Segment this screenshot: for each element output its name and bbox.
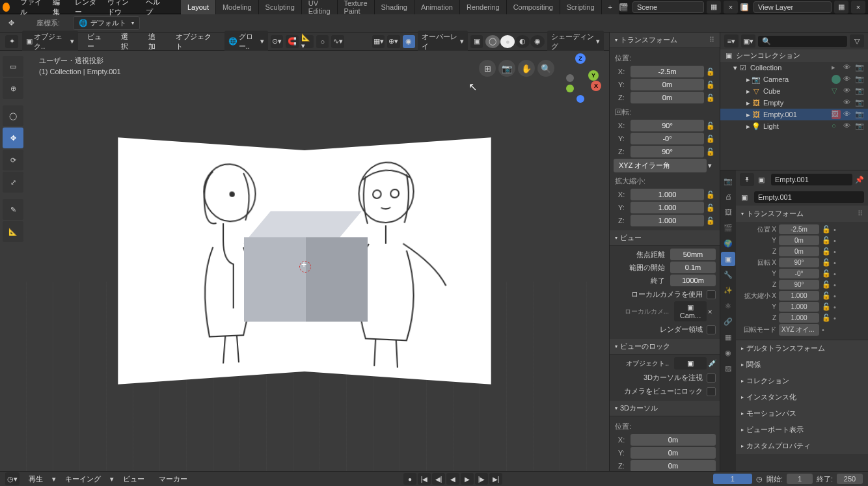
outliner-scene-collection[interactable]: ▣シーンコレクション — [720, 49, 868, 62]
n-viewlock-header[interactable]: ビューのロック — [610, 339, 720, 355]
menu-render[interactable]: レンダー — [70, 0, 102, 17]
local-cam-picker[interactable]: ▣ Cam... — [674, 301, 707, 321]
light-data-icon[interactable]: ○ — [832, 122, 841, 131]
ws-tab-layout[interactable]: Layout — [181, 0, 216, 14]
ws-tab-sculpting[interactable]: Sculpting — [259, 0, 302, 14]
outliner-empty[interactable]: ▸🖼Empty 👁📷 — [720, 97, 868, 109]
focal-field[interactable]: 50mm — [670, 249, 716, 260]
timeline-keying[interactable]: キーイング — [60, 474, 106, 484]
prev-key-icon[interactable]: ◀| — [432, 473, 445, 485]
proptab-object-icon[interactable]: ▣ — [721, 252, 735, 266]
prop-section-motionpath[interactable]: モーションパス — [736, 405, 868, 422]
play-icon[interactable]: ▶ — [461, 473, 474, 485]
lock-icon[interactable]: 🔓 — [822, 280, 831, 289]
proptab-scene-icon[interactable]: 🎬 — [721, 221, 735, 235]
prop-pin2-icon[interactable]: 📌 — [855, 176, 864, 184]
viewlayer-browse-icon[interactable]: ▦ — [834, 1, 848, 14]
prop-section-collection[interactable]: コレクション — [736, 373, 868, 389]
vp-menu-add[interactable]: 追加 — [143, 32, 167, 51]
outliner-filter-icon[interactable]: ▣▾ — [741, 34, 755, 47]
camera-to-view-checkbox[interactable] — [707, 387, 716, 396]
scale-x-lock-icon[interactable]: 🔓 — [705, 189, 716, 200]
lock-icon[interactable]: 🔓 — [822, 303, 831, 311]
prop-loc-y[interactable]: 0m — [779, 236, 819, 245]
vp-menu-select[interactable]: 選択 — [116, 32, 139, 51]
prop-transform-header[interactable]: トランスフォーム⠿ — [736, 206, 868, 222]
loc-y-field[interactable]: 0m — [631, 79, 704, 90]
prop-pin-icon[interactable]: 🖈 — [740, 173, 754, 186]
scale-z-field[interactable]: 1.000 — [631, 215, 704, 226]
mode-dropdown[interactable]: ▣オブジェク..▾ — [22, 31, 78, 53]
image-data-icon[interactable]: 🖼 — [832, 110, 841, 119]
axis-neg-y-icon[interactable] — [566, 85, 574, 92]
rot-z-field[interactable]: 90° — [631, 146, 704, 157]
proptab-texture-icon[interactable]: ▨ — [721, 361, 735, 375]
vp-menu-view[interactable]: ビュー — [82, 32, 112, 51]
eyedropper-icon[interactable]: 💉 — [708, 359, 716, 368]
viewlayer-field[interactable]: View Layer — [753, 1, 832, 13]
outliner-light[interactable]: ▸💡Light ○👁📷 — [720, 120, 868, 132]
orientation-dropdown[interactable]: 🌐デフォルト — [73, 16, 140, 30]
proptab-physics-icon[interactable]: ⚛ — [721, 299, 735, 313]
tool-measure[interactable]: 📐 — [3, 221, 23, 242]
prop-breadcrumb[interactable]: Empty.001 — [771, 174, 852, 185]
clipend-field[interactable]: 1000m — [670, 275, 716, 286]
timeline-playback[interactable]: 再生 — [23, 474, 48, 484]
proptab-viewlayer-icon[interactable]: 🖼 — [721, 205, 735, 219]
axis-gizmo[interactable]: Z Y X — [562, 56, 599, 92]
tool-annotate[interactable]: ✎ — [3, 199, 23, 220]
lock-icon[interactable]: 🔓 — [822, 258, 831, 267]
ws-tab-uv[interactable]: UV Editing — [302, 0, 338, 14]
lock-icon[interactable]: 🔓 — [822, 269, 831, 278]
outliner-camera[interactable]: ▸📷Camera 👁📷 — [720, 74, 868, 85]
tool-select-box[interactable]: ▭ — [3, 56, 23, 77]
n-3dcursor-header[interactable]: 3Dカーソル — [610, 401, 720, 416]
current-frame-field[interactable]: 1 — [713, 474, 752, 484]
viewlayer-icon[interactable]: 📋 — [740, 3, 748, 11]
overlay-toggle-icon[interactable]: ◉ — [403, 35, 415, 48]
end-frame-field[interactable]: 250 — [837, 474, 863, 484]
prop-rot-z[interactable]: 90° — [779, 280, 819, 290]
timeline-marker[interactable]: マーカー — [154, 474, 193, 484]
prop-name-input[interactable]: Empty.001 — [754, 191, 864, 203]
pivot-icon[interactable]: ⊙▾ — [271, 35, 283, 48]
render-icon[interactable]: 📷 — [855, 98, 864, 107]
axis-y-icon[interactable]: Y — [588, 70, 599, 81]
axis-x-icon[interactable]: X — [591, 81, 601, 91]
cursor-x-field[interactable]: 0m — [631, 434, 716, 446]
n-transform-header[interactable]: トランスフォーム⠿ — [610, 33, 720, 48]
proportional-dropdown-icon[interactable]: ∿▾ — [331, 35, 344, 48]
jump-start-icon[interactable]: |◀ — [418, 473, 431, 485]
scale-z-lock-icon[interactable]: 🔓 — [705, 215, 716, 226]
outliner-cube[interactable]: ▸▽Cube ▽👁📷 — [720, 85, 868, 97]
clipstart-field[interactable]: 0.1m — [670, 262, 716, 273]
timeline-view[interactable]: ビュー — [118, 474, 150, 484]
start-frame-field[interactable]: 1 — [787, 474, 813, 484]
loc-x-lock-icon[interactable]: 🔓 — [705, 66, 716, 77]
loc-z-lock-icon[interactable]: 🔓 — [705, 92, 716, 103]
prop-section-instancing[interactable]: インスタンス化 — [736, 389, 868, 405]
tool-scale[interactable]: ⤢ — [3, 172, 23, 193]
n-view-header[interactable]: ビュー — [610, 230, 720, 246]
render-icon[interactable]: 📷 — [855, 110, 864, 119]
nav-zoom-icon[interactable]: ⊞ — [479, 60, 496, 77]
autokey-icon[interactable]: ● — [403, 473, 416, 485]
scale-y-field[interactable]: 1.000 — [631, 202, 704, 213]
prop-section-viewport[interactable]: ビューポート表示 — [736, 422, 868, 438]
scene-name-field[interactable]: Scene — [632, 1, 704, 13]
local-camera-checkbox[interactable] — [707, 290, 716, 299]
ws-tab-compositing[interactable]: Compositing — [507, 0, 560, 14]
lock-icon[interactable]: 🔓 — [822, 291, 831, 300]
ws-tab-scripting[interactable]: Scripting — [560, 0, 602, 14]
clock-icon[interactable]: ◷ — [756, 475, 763, 483]
render-icon[interactable]: 📷 — [855, 63, 864, 72]
rotation-mode-dropdown[interactable]: XYZ オイラー角 — [614, 159, 707, 172]
render-region-checkbox[interactable] — [707, 325, 716, 334]
nav-pan-icon[interactable]: ✋ — [518, 60, 535, 77]
proptab-world-icon[interactable]: 🌍 — [721, 236, 735, 250]
ws-tab-texture[interactable]: Texture Paint — [338, 0, 375, 14]
lock-cursor-checkbox[interactable] — [707, 373, 716, 383]
timeline-editor-icon[interactable]: ◷▾ — [5, 472, 20, 485]
rot-y-field[interactable]: -0° — [631, 133, 704, 144]
scene-browse-icon[interactable]: ▦ — [707, 1, 721, 14]
